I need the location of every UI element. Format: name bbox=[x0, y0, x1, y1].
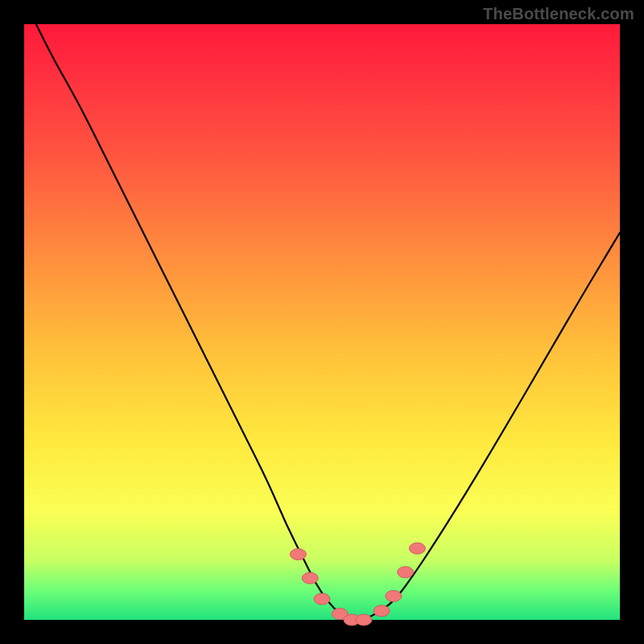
marker-group bbox=[290, 543, 425, 625]
curve-marker bbox=[409, 543, 425, 554]
curve-marker bbox=[290, 549, 306, 560]
curve-marker bbox=[374, 605, 390, 617]
chart-frame: TheBottleneck.com bbox=[0, 0, 644, 644]
curve-marker bbox=[356, 614, 372, 625]
curve-marker bbox=[302, 572, 318, 584]
chart-svg bbox=[24, 24, 620, 620]
bottleneck-curve bbox=[36, 24, 620, 620]
curve-marker bbox=[314, 593, 330, 605]
watermark-text: TheBottleneck.com bbox=[483, 5, 634, 23]
plot-area bbox=[24, 24, 620, 620]
curve-marker bbox=[398, 567, 414, 578]
curve-marker bbox=[386, 590, 402, 601]
